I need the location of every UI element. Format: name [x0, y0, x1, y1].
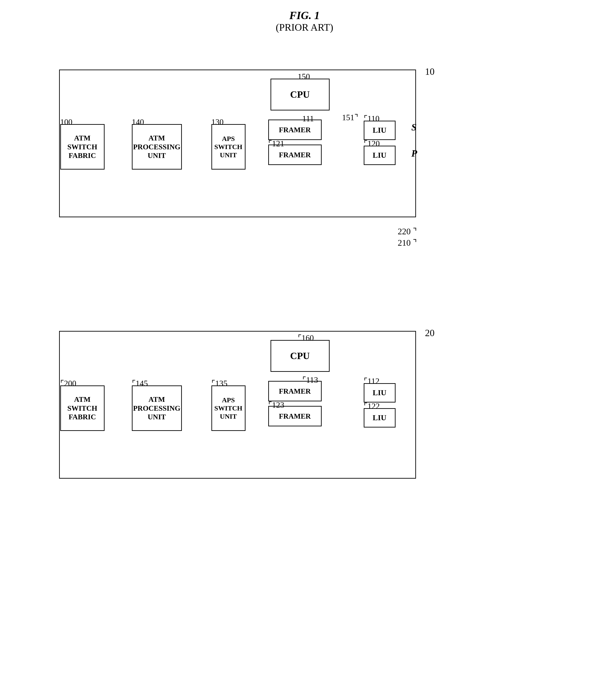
atm-switch-fabric-2: ATMSWITCHFABRIC: [60, 385, 105, 431]
ref-160: ⌜160: [298, 333, 314, 343]
atm-proc-1: ATMPROCESSINGUNIT: [132, 124, 182, 170]
liu2-2: LIU: [364, 408, 396, 427]
p-label: P: [412, 148, 417, 159]
ref-140: 140: [132, 117, 144, 127]
ref-110: ⌜110: [364, 114, 380, 123]
ref-130: 130: [211, 117, 224, 127]
cpu-1: CPU: [271, 78, 330, 110]
liu1-1: LIU: [364, 121, 396, 140]
ref-113: ⌜113: [302, 375, 318, 385]
ref-151: 151⌝: [342, 113, 358, 122]
ref-10: 10: [425, 66, 435, 77]
ref-111: 111: [302, 114, 314, 123]
fig-label: FIG. 1: [14, 9, 595, 22]
ref-20: 20: [425, 328, 435, 338]
liu1-2: LIU: [364, 383, 396, 402]
ref-121: ⌜121: [268, 139, 284, 148]
ref-112: ⌜112: [364, 377, 380, 386]
s-label: S: [412, 122, 417, 133]
ref-200: ⌜200: [60, 379, 76, 388]
prior-art-label: (PRIOR ART): [14, 22, 595, 33]
ref-145: ⌜145: [132, 379, 148, 388]
ref-122: ⌜122: [364, 401, 380, 411]
aps-switch-2: APSSWITCHUNIT: [211, 385, 245, 431]
page-title: FIG. 1 (PRIOR ART): [14, 9, 595, 33]
atm-proc-2: ATMPROCESSINGUNIT: [132, 385, 182, 431]
aps-switch-1: APSSWITCHUNIT: [211, 124, 245, 170]
ref-150: 150: [298, 72, 310, 81]
ref-135: ⌜135: [211, 379, 228, 388]
ref-120: ⌜120: [364, 139, 380, 148]
ref-220: 220 ⌝: [398, 226, 417, 237]
cpu-2: CPU: [271, 340, 330, 372]
ref-210: 210 ⌝: [398, 238, 417, 248]
atm-switch-fabric-1: ATMSWITCHFABRIC: [60, 124, 105, 170]
ref-123: ⌜123: [268, 400, 284, 410]
liu2-1: LIU: [364, 146, 396, 165]
ref-100: 100: [60, 117, 72, 127]
